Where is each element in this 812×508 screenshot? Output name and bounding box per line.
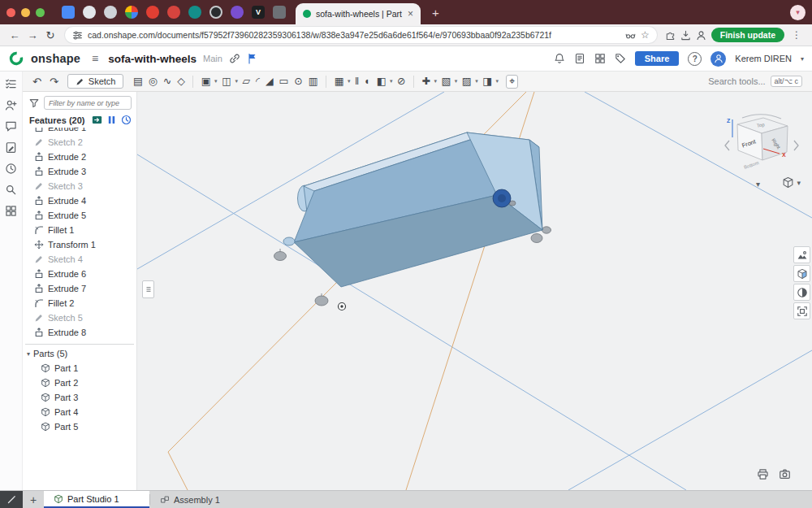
history-clock-icon[interactable] [5, 163, 17, 175]
rotate-left-icon[interactable] [725, 141, 729, 150]
forward-button[interactable]: → [26, 29, 39, 41]
fillet-tool-icon[interactable]: ◜ [254, 76, 262, 87]
rib-tool-icon[interactable]: ▭ [277, 76, 291, 87]
view-cube[interactable]: Top Front Right Bottom Z X [723, 113, 801, 180]
section-view-button[interactable] [793, 284, 810, 301]
zoom-fit-button[interactable] [793, 302, 810, 319]
search-tools[interactable]: Search tools... alt/⌥ c [708, 76, 806, 87]
pinned-tab-icon[interactable] [104, 6, 117, 19]
pinned-tab-icon[interactable] [83, 6, 96, 19]
feature-item[interactable]: Sketch 3 [23, 179, 136, 193]
insert-feature-icon[interactable] [92, 115, 102, 125]
site-settings-icon[interactable] [72, 30, 83, 41]
transform-tool-icon[interactable]: ✚ [420, 76, 432, 87]
chevron-down-icon[interactable]: ▾ [27, 350, 30, 358]
add-person-icon[interactable] [5, 99, 17, 111]
revolve-tool-icon[interactable]: ◎ [146, 76, 159, 87]
part-item[interactable]: Part 4 [23, 405, 136, 419]
feature-item[interactable]: Extrude 5 [23, 208, 136, 223]
hole-tool-icon[interactable]: ⊙ [292, 76, 304, 87]
bookmark-star-icon[interactable]: ☆ [641, 29, 650, 41]
intersect-tool-icon[interactable]: ◐ [363, 76, 374, 87]
finish-update-button[interactable]: Finish update [711, 28, 784, 42]
sheet-metal-tool-icon[interactable]: ▤ [131, 76, 145, 87]
apps-grid-icon[interactable] [594, 53, 606, 64]
main-menu-icon[interactable]: ≡ [92, 52, 98, 65]
isometric-view-button[interactable] [793, 265, 810, 282]
pinned-tab-icon[interactable] [188, 6, 201, 19]
pause-icon[interactable] [106, 115, 117, 125]
scene-appearance-button[interactable] [793, 246, 810, 263]
feature-item[interactable]: Fillet 1 [23, 223, 136, 237]
new-tab-button[interactable]: + [432, 6, 439, 20]
boolean-tool-icon[interactable]: ◫ [220, 76, 234, 87]
corner-tool-button[interactable] [0, 491, 23, 508]
reload-button[interactable]: ↻ [44, 29, 57, 41]
dropdown-caret-icon[interactable]: ▾ [214, 78, 218, 85]
window-zoom-button[interactable] [36, 8, 45, 17]
dropdown-caret-icon[interactable]: ▾ [235, 78, 238, 85]
feature-item[interactable]: Extrude 1 [23, 128, 136, 135]
glasses-icon[interactable] [625, 30, 636, 41]
face-tool-icon[interactable]: ▱ [240, 76, 253, 87]
part-item[interactable]: Part 1 [23, 361, 136, 376]
camera-icon[interactable] [779, 468, 791, 480]
window-close-button[interactable] [6, 8, 15, 17]
pinned-tab-icon[interactable] [125, 6, 138, 19]
share-link-icon[interactable] [229, 53, 240, 64]
feature-item[interactable]: Extrude 8 [23, 325, 136, 340]
part-item[interactable]: Part 5 [23, 419, 136, 434]
feature-filter-input[interactable] [44, 96, 132, 110]
pinned-tab-icon[interactable]: V [252, 6, 265, 19]
pinned-tab-icon[interactable] [167, 6, 180, 19]
chamfer-tool-icon[interactable]: ◢ [263, 76, 275, 87]
workspace-name[interactable]: Main [203, 54, 222, 63]
release-notes-icon[interactable] [574, 53, 585, 64]
dropdown-caret-icon[interactable]: ▾ [475, 78, 478, 85]
curves-tool-icon[interactable]: ◨ [481, 76, 495, 87]
pattern-tool-icon[interactable]: ▦ [332, 76, 346, 87]
version-tag-icon[interactable] [615, 53, 626, 64]
feature-item[interactable]: Extrude 2 [23, 150, 136, 164]
search-icon[interactable] [5, 184, 17, 196]
profile-chevron-button[interactable]: ▾ [790, 5, 806, 20]
sweep-tool-icon[interactable]: ∿ [161, 76, 173, 87]
user-menu-caret-icon[interactable]: ▾ [801, 55, 804, 63]
filter-funnel-icon[interactable] [29, 98, 39, 108]
delete-tool-icon[interactable]: ⊘ [395, 76, 408, 87]
dropdown-caret-icon[interactable]: ▾ [390, 78, 393, 85]
feature-item[interactable]: Fillet 2 [23, 296, 136, 310]
shell-tool-icon[interactable]: ▥ [306, 76, 320, 87]
feature-item[interactable]: Sketch 5 [23, 310, 136, 325]
split-tool-icon[interactable]: ◧ [374, 76, 388, 87]
browser-profile-icon[interactable] [696, 30, 706, 41]
pinned-tab-icon[interactable] [231, 6, 244, 19]
printer-icon[interactable] [757, 468, 769, 480]
panel-resize-handle[interactable] [142, 280, 154, 298]
pinned-tab-icon[interactable] [62, 6, 75, 19]
model-canvas[interactable] [137, 92, 812, 490]
dropdown-caret-icon[interactable]: ▾ [496, 78, 499, 85]
view-orientation-button[interactable]: ▾ [782, 176, 801, 189]
rollback-history-icon[interactable] [121, 115, 132, 125]
feature-item[interactable]: Sketch 2 [23, 135, 136, 150]
tab-close-icon[interactable]: × [408, 8, 413, 20]
notifications-bell-icon[interactable] [554, 53, 565, 64]
dropdown-caret-icon[interactable]: ▾ [434, 78, 438, 85]
snap-mode-tool-icon[interactable]: ⌖ [506, 75, 518, 89]
rotate-right-icon[interactable] [794, 141, 798, 150]
part-item[interactable]: Part 3 [23, 390, 136, 405]
add-element-button[interactable]: + [23, 491, 44, 508]
feature-item[interactable]: Sketch 4 [23, 252, 136, 267]
sketch-button[interactable]: Sketch [67, 74, 124, 89]
view-cube-caret-icon[interactable]: ▾ [756, 180, 760, 189]
browser-tab-active[interactable]: sofa-with-wheels | Part Stud... × [296, 3, 421, 24]
sofa-model[interactable] [274, 132, 551, 306]
origin-marker[interactable] [339, 303, 346, 310]
share-button[interactable]: Share [635, 51, 680, 66]
tab-assembly-1[interactable]: Assembly 1 [150, 491, 230, 508]
user-avatar[interactable] [710, 51, 726, 67]
feature-item[interactable]: Extrude 6 [23, 267, 136, 281]
extrude-tool-icon[interactable]: ▣ [199, 76, 213, 87]
pinned-tab-icon[interactable] [273, 6, 286, 19]
